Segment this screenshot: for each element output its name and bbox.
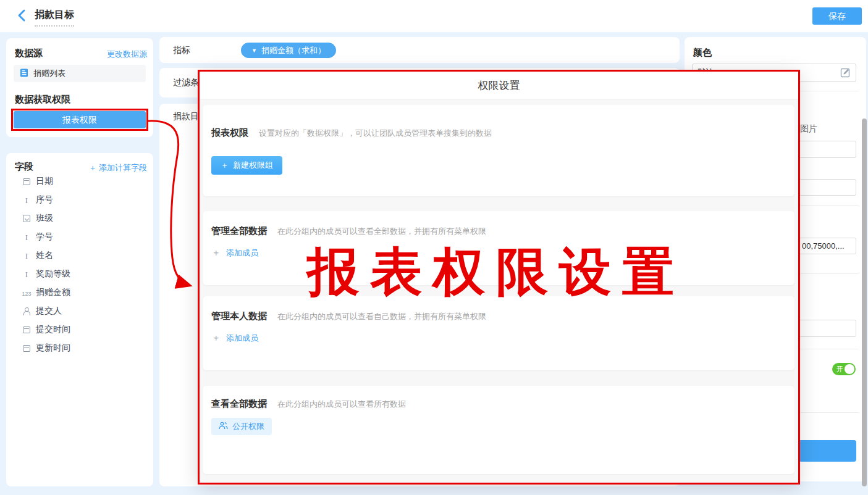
save-button[interactable]: 保存 xyxy=(812,7,862,25)
page-title[interactable]: 捐款目标 xyxy=(35,9,74,27)
calendar-icon xyxy=(17,327,36,333)
image-label: 图片 xyxy=(800,123,817,135)
permission-modal: 权限设置 报表权限 设置对应的「数据权限」，可以让团队成员管理表单搜集到的数据 … xyxy=(198,70,800,485)
calendar-icon xyxy=(17,178,36,185)
field-item[interactable]: 捐赠金额 xyxy=(6,283,153,302)
add-member-link[interactable]: ＋ 添加成员 xyxy=(211,247,258,259)
fields-card: 字段 ＋ 添加计算字段 日期 序号 班级 学号 姓名 奖励等级 捐赠金额 提交人… xyxy=(6,153,153,486)
field-item[interactable]: 奖励等级 xyxy=(6,265,153,283)
modal-section-manage-own: 管理本人数据 在此分组内的成员可以查看自己数据，并拥有所有菜单权限 ＋ 添加成员 xyxy=(203,296,794,370)
plus-icon: ＋ xyxy=(211,247,221,259)
field-item[interactable]: 提交时间 xyxy=(6,320,153,339)
field-item[interactable]: 日期 xyxy=(6,172,153,191)
fields-heading: 字段 xyxy=(15,161,33,173)
plus-icon: ＋ xyxy=(221,160,229,171)
metric-card: 指标 ▼ 捐赠金额（求和） xyxy=(159,37,680,63)
text-icon xyxy=(17,250,36,261)
text-icon xyxy=(17,194,36,206)
access-heading: 数据获取权限 xyxy=(15,94,70,106)
toggle-on-switch[interactable]: 开 xyxy=(832,363,856,375)
text-icon xyxy=(17,231,36,243)
calendar-icon xyxy=(17,345,36,352)
plus-icon: ＋ xyxy=(211,332,221,344)
field-item[interactable]: 提交人 xyxy=(6,302,153,320)
section-desc: 设置对应的「数据权限」，可以让团队成员管理表单搜集到的数据 xyxy=(259,128,492,139)
modal-header: 权限设置 xyxy=(200,72,798,99)
modal-section-report-permission: 报表权限 设置对应的「数据权限」，可以让团队成员管理表单搜集到的数据 ＋ 新建权… xyxy=(203,105,794,196)
metric-label: 指标 xyxy=(173,45,190,56)
toggle-label: 开 xyxy=(836,365,843,374)
edit-pencil-icon[interactable] xyxy=(840,67,851,80)
datasource-heading: 数据源 xyxy=(15,48,43,59)
section-desc: 在此分组内的成员可以查看自己数据，并拥有所有菜单权限 xyxy=(277,311,486,322)
app-root: 捐款目标 保存 数据源 更改数据源 捐赠列表 数据获取权限 报表权限 字段 ＋ … xyxy=(0,0,868,495)
public-permission-button[interactable]: 公开权限 xyxy=(211,418,272,435)
field-item[interactable]: 序号 xyxy=(6,191,153,209)
section-title: 管理本人数据 xyxy=(211,310,267,322)
scrollbar-thumb[interactable] xyxy=(862,119,867,486)
add-member-link[interactable]: ＋ 添加成员 xyxy=(211,332,258,344)
datasource-card: 数据源 更改数据源 捐赠列表 数据获取权限 报表权限 xyxy=(6,38,153,137)
modal-section-view-all: 查看全部数据 在此分组内的成员可以查看所有数据 公开权限 xyxy=(203,386,794,474)
datasource-item-label: 捐赠列表 xyxy=(33,68,65,79)
document-icon xyxy=(20,69,28,79)
toggle-knob xyxy=(845,364,854,374)
section-title: 管理全部数据 xyxy=(211,225,267,237)
new-permission-group-button[interactable]: ＋ 新建权限组 xyxy=(211,156,282,175)
field-item[interactable]: 姓名 xyxy=(6,246,153,265)
metric-pill[interactable]: ▼ 捐赠金额（求和） xyxy=(241,43,336,58)
report-permission-button[interactable]: 报表权限 xyxy=(14,111,146,128)
field-item[interactable]: 班级 xyxy=(6,209,153,228)
select-icon xyxy=(17,215,36,222)
change-datasource-link[interactable]: 更改数据源 xyxy=(107,49,147,60)
field-item[interactable]: 学号 xyxy=(6,228,153,246)
section-desc: 在此分组内的成员可以查看全部数据，并拥有所有菜单权限 xyxy=(277,226,486,237)
field-item[interactable]: 更新时间 xyxy=(6,339,153,357)
number-icon xyxy=(17,287,36,298)
modal-section-manage-all: 管理全部数据 在此分组内的成员可以查看全部数据，并拥有所有菜单权限 ＋ 添加成员 xyxy=(203,211,794,285)
topbar: 捐款目标 保存 xyxy=(0,0,868,32)
text-icon xyxy=(17,268,36,280)
section-title: 查看全部数据 xyxy=(211,398,267,410)
back-icon[interactable] xyxy=(16,9,28,22)
people-icon xyxy=(219,422,228,431)
person-icon xyxy=(17,307,36,315)
section-title: 报表权限 xyxy=(211,127,248,139)
series-value: 00,75000,... xyxy=(802,241,845,251)
color-heading: 颜色 xyxy=(693,47,712,59)
datasource-item[interactable]: 捐赠列表 xyxy=(14,65,146,82)
caret-down-icon: ▼ xyxy=(251,48,257,54)
modal-title: 权限设置 xyxy=(200,72,798,99)
section-desc: 在此分组内的成员可以查看所有数据 xyxy=(277,399,406,410)
